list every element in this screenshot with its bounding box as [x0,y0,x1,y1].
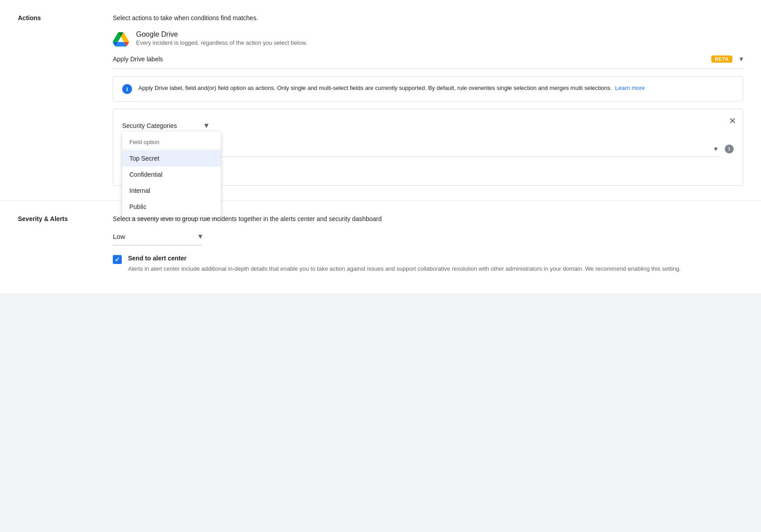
checkbox-check-icon: ✓ [115,256,120,263]
drive-title: Google Drive [136,30,307,38]
send-to-alert-center-content: Send to alert center Alerts in alert cen… [128,255,681,274]
label-config-box: ✕ Security Categories ▼ Field option Top [113,109,743,186]
info-box: i Apply Drive label, field and(or) field… [113,76,743,102]
send-to-alert-center-row: ✓ Send to alert center Alerts in alert c… [113,255,743,274]
security-categories-label: Security Categories [122,122,177,129]
drive-header: Google Drive Every incident is logged, r… [113,30,743,47]
apply-drive-labels-text: Apply Drive labels [113,55,707,63]
severity-dropdown-arrow: ▾ [198,231,202,241]
field-option-dropdown-popup: Field option Top Secret Confidential Int… [122,132,221,217]
data-security-info-icon[interactable]: i [725,145,734,153]
page-container: Actions Select actions to take when cond… [0,0,761,294]
severity-content: Select a severity level to group rule in… [113,215,743,279]
send-to-alert-center-label: Send to alert center [128,255,681,262]
option-internal[interactable]: Internal [122,183,221,199]
info-text: Apply Drive label, field and(or) field o… [138,84,645,93]
severity-select-row: Low ▾ [113,231,743,246]
security-categories-arrow: ▼ [203,122,210,130]
info-body-text: Apply Drive label, field and(or) field o… [138,85,612,91]
google-drive-icon [113,31,129,47]
severity-value: Low [113,233,191,240]
actions-description: Select actions to take when conditions f… [113,14,743,21]
drive-labels-dropdown-arrow: ▾ [740,55,743,63]
drive-info: Google Drive Every incident is logged, r… [136,30,307,46]
option-confidential[interactable]: Confidential [122,166,221,183]
field-option-header: Field option [122,134,221,149]
info-icon: i [122,84,132,94]
severity-label: Severity & Alerts [18,215,98,279]
label-selects-row: Security Categories ▼ Field option Top S… [122,118,734,134]
beta-badge: BETA [711,55,732,63]
option-top-secret[interactable]: Top Secret [122,150,221,166]
send-to-alert-center-sublabel: Alerts in alert center include additiona… [128,264,681,274]
severity-dropdown[interactable]: Low ▾ [113,231,202,246]
drive-subtitle: Every incident is logged, regardless of … [136,39,307,46]
security-categories-wrapper: Security Categories ▼ Field option Top S… [122,118,212,134]
data-security-arrow: ▾ [714,145,718,153]
option-public[interactable]: Public [122,199,221,215]
close-icon[interactable]: ✕ [729,115,736,126]
apply-drive-labels-dropdown[interactable]: Apply Drive labels BETA ▾ [113,55,743,69]
actions-section: Actions Select actions to take when cond… [0,0,761,200]
actions-label: Actions [18,14,98,186]
learn-more-link[interactable]: Learn more [615,85,645,91]
actions-content: Select actions to take when conditions f… [113,14,743,186]
severity-section: Severity & Alerts Select a severity leve… [0,201,761,294]
send-to-alert-center-checkbox[interactable]: ✓ [113,255,122,264]
